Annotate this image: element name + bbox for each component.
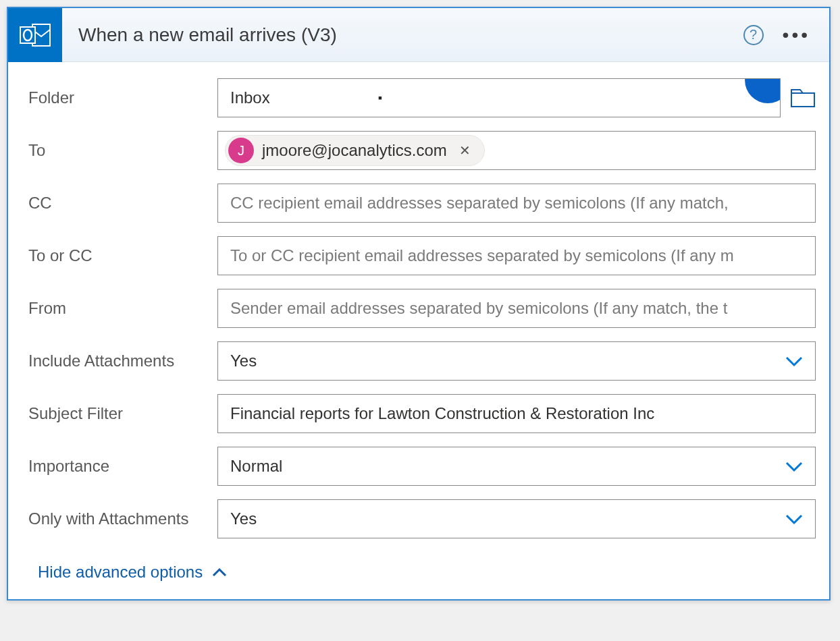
row-folder: Folder Inbox ▪ bbox=[28, 78, 816, 117]
help-icon[interactable]: ? bbox=[743, 25, 764, 45]
label-to: To bbox=[28, 141, 217, 160]
include-attachments-select[interactable]: Yes bbox=[217, 341, 816, 381]
row-subject-filter: Subject Filter bbox=[28, 394, 816, 433]
row-from: From bbox=[28, 289, 816, 328]
row-include-attachments: Include Attachments Yes bbox=[28, 341, 816, 381]
svg-rect-3 bbox=[791, 93, 814, 107]
from-input[interactable] bbox=[217, 289, 816, 328]
to-input[interactable]: J jmoore@jocanalytics.com ✕ bbox=[217, 131, 816, 170]
row-to: To J jmoore@jocanalytics.com ✕ bbox=[28, 131, 816, 170]
importance-value: Normal bbox=[230, 457, 282, 476]
folder-picker-icon[interactable] bbox=[790, 88, 816, 108]
card-body: Folder Inbox ▪ To bbox=[8, 62, 829, 599]
cc-input[interactable] bbox=[217, 184, 816, 223]
only-with-attachments-value: Yes bbox=[230, 509, 257, 528]
subject-filter-input[interactable] bbox=[217, 394, 816, 433]
recipient-chip: J jmoore@jocanalytics.com ✕ bbox=[225, 135, 485, 166]
more-menu-icon[interactable]: ••• bbox=[783, 26, 810, 45]
chevron-up-icon bbox=[212, 563, 227, 581]
label-cc: CC bbox=[28, 194, 217, 213]
hide-advanced-label: Hide advanced options bbox=[38, 563, 203, 582]
folder-value: Inbox bbox=[230, 88, 270, 107]
folder-input[interactable]: Inbox ▪ bbox=[217, 78, 781, 117]
label-folder: Folder bbox=[28, 88, 217, 107]
label-importance: Importance bbox=[28, 457, 217, 476]
chevron-down-icon bbox=[785, 456, 803, 477]
only-with-attachments-select[interactable]: Yes bbox=[217, 499, 816, 538]
to-or-cc-input[interactable] bbox=[217, 236, 816, 275]
row-cc: CC bbox=[28, 184, 816, 223]
row-only-with-attachments: Only with Attachments Yes bbox=[28, 499, 816, 538]
card-title: When a new email arrives (V3) bbox=[62, 24, 743, 46]
chevron-down-icon bbox=[785, 351, 803, 372]
trigger-card: When a new email arrives (V3) ? ••• Fold… bbox=[7, 7, 831, 601]
row-importance: Importance Normal bbox=[28, 447, 816, 486]
row-to-or-cc: To or CC bbox=[28, 236, 816, 275]
importance-select[interactable]: Normal bbox=[217, 447, 816, 486]
dynamic-content-drop-icon[interactable] bbox=[745, 78, 781, 103]
label-subject-filter: Subject Filter bbox=[28, 404, 217, 423]
label-include-attachments: Include Attachments bbox=[28, 352, 217, 370]
label-to-or-cc: To or CC bbox=[28, 246, 217, 265]
chevron-down-icon bbox=[785, 509, 803, 530]
hide-advanced-options-link[interactable]: Hide advanced options bbox=[28, 552, 227, 586]
avatar: J bbox=[228, 138, 254, 163]
card-header[interactable]: When a new email arrives (V3) ? ••• bbox=[8, 8, 829, 62]
recipient-email: jmoore@jocanalytics.com bbox=[262, 141, 447, 160]
label-from: From bbox=[28, 299, 217, 318]
remove-chip-icon[interactable]: ✕ bbox=[455, 142, 475, 159]
label-only-with-attachments: Only with Attachments bbox=[28, 509, 217, 528]
outlook-icon bbox=[8, 8, 62, 62]
include-attachments-value: Yes bbox=[230, 352, 257, 370]
